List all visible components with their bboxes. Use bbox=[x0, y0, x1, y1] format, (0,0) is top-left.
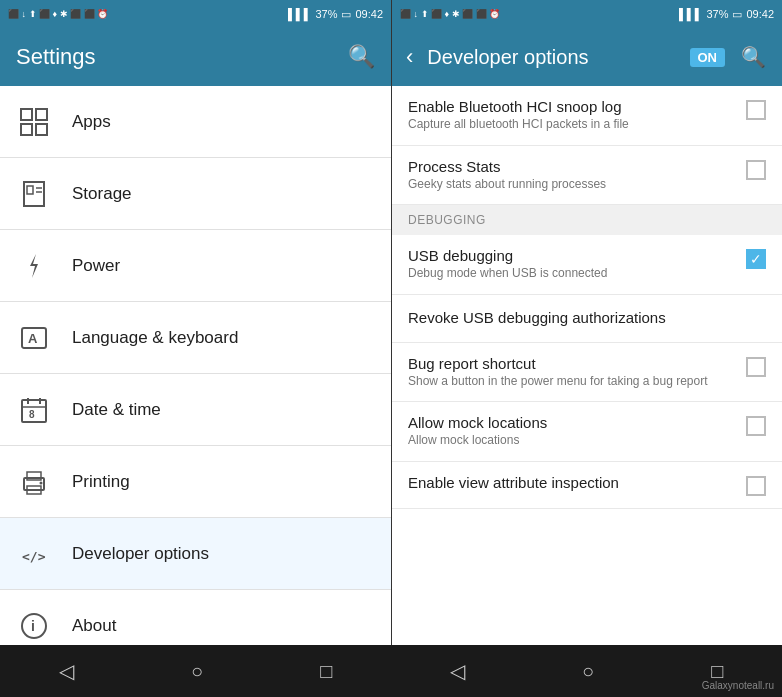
view-attribute-title: Enable view attribute inspection bbox=[408, 474, 738, 491]
datetime-label: Date & time bbox=[72, 400, 161, 420]
dev-item-revoke-usb[interactable]: Revoke USB debugging authorizations bbox=[392, 295, 782, 343]
right-nav-bar: ◁ ○ □ Galaxynoteall.ru bbox=[391, 645, 782, 697]
settings-item-power[interactable]: Power bbox=[0, 230, 391, 302]
search-button[interactable]: 🔍 bbox=[348, 44, 375, 70]
storage-label: Storage bbox=[72, 184, 132, 204]
bluetooth-hci-title: Enable Bluetooth HCI snoop log bbox=[408, 98, 738, 115]
bug-report-checkbox[interactable] bbox=[746, 357, 766, 377]
svg-rect-0 bbox=[21, 109, 32, 120]
apps-label: Apps bbox=[72, 112, 111, 132]
left-status-right: ▌▌▌ 37% ▭ 09:42 bbox=[288, 8, 383, 21]
header-right: ON 🔍 bbox=[690, 41, 775, 73]
dev-item-process-stats-text: Process Stats Geeky stats about running … bbox=[408, 158, 746, 193]
dev-item-process-stats[interactable]: Process Stats Geeky stats about running … bbox=[392, 146, 782, 206]
language-label: Language & keyboard bbox=[72, 328, 238, 348]
left-status-bar: ⬛ ↓ ⬆ ⬛ ♦ ✱ ⬛ ⬛ ⏰ ▌▌▌ 37% ▭ 09:42 bbox=[0, 0, 391, 28]
dev-item-bug-report-text: Bug report shortcut Show a button in the… bbox=[408, 355, 746, 390]
svg-point-19 bbox=[40, 481, 43, 484]
svg-rect-3 bbox=[36, 124, 47, 135]
right-status-icons: ⬛ ↓ ⬆ ⬛ ♦ ✱ ⬛ ⬛ ⏰ bbox=[400, 9, 500, 19]
right-status-bar: ⬛ ↓ ⬆ ⬛ ♦ ✱ ⬛ ⬛ ⏰ ▌▌▌ 37% ▭ 09:42 bbox=[392, 0, 782, 28]
developer-options-panel: ⬛ ↓ ⬆ ⬛ ♦ ✱ ⬛ ⬛ ⏰ ▌▌▌ 37% ▭ 09:42 ‹ Deve… bbox=[391, 0, 782, 645]
left-home-button[interactable]: ○ bbox=[171, 652, 223, 691]
dev-item-view-attribute[interactable]: Enable view attribute inspection bbox=[392, 462, 782, 509]
dev-item-usb-debugging-text: USB debugging Debug mode when USB is con… bbox=[408, 247, 746, 282]
settings-list: Apps Storage bbox=[0, 86, 391, 645]
svg-text:</>: </> bbox=[22, 549, 46, 564]
back-button[interactable]: ‹ bbox=[396, 36, 423, 78]
dev-item-mock-locations[interactable]: Allow mock locations Allow mock location… bbox=[392, 402, 782, 462]
settings-item-printing[interactable]: Printing bbox=[0, 446, 391, 518]
right-time: 09:42 bbox=[746, 8, 774, 20]
bluetooth-hci-subtitle: Capture all bluetooth HCI packets in a f… bbox=[408, 117, 738, 133]
developer-header: ‹ Developer options ON 🔍 bbox=[392, 28, 782, 86]
settings-header: Settings 🔍 bbox=[0, 28, 391, 86]
dev-item-bug-report[interactable]: Bug report shortcut Show a button in the… bbox=[392, 343, 782, 403]
settings-item-language[interactable]: A Language & keyboard bbox=[0, 302, 391, 374]
usb-debugging-subtitle: Debug mode when USB is connected bbox=[408, 266, 738, 282]
developer-search-button[interactable]: 🔍 bbox=[733, 41, 774, 73]
developer-options-list: Enable Bluetooth HCI snoop log Capture a… bbox=[392, 86, 782, 645]
usb-debugging-checkbox[interactable]: ✓ bbox=[746, 249, 766, 269]
mock-locations-checkbox[interactable] bbox=[746, 416, 766, 436]
settings-item-about[interactable]: i About bbox=[0, 590, 391, 645]
apps-icon bbox=[16, 104, 52, 140]
left-recents-button[interactable]: □ bbox=[300, 652, 352, 691]
battery-text: 37% bbox=[315, 8, 337, 20]
svg-text:A: A bbox=[28, 331, 38, 346]
debugging-section-header: DEBUGGING bbox=[392, 205, 782, 235]
right-battery-text: 37% bbox=[706, 8, 728, 20]
about-label: About bbox=[72, 616, 116, 636]
watermark: Galaxynoteall.ru bbox=[702, 680, 774, 691]
time-left: 09:42 bbox=[355, 8, 383, 20]
signal-icon: ▌▌▌ bbox=[288, 8, 311, 20]
dev-item-mock-locations-text: Allow mock locations Allow mock location… bbox=[408, 414, 746, 449]
settings-panel: ⬛ ↓ ⬆ ⬛ ♦ ✱ ⬛ ⬛ ⏰ ▌▌▌ 37% ▭ 09:42 Settin… bbox=[0, 0, 391, 645]
left-nav-bar: ◁ ○ □ bbox=[0, 645, 391, 697]
developer-title: Developer options bbox=[427, 46, 588, 69]
developer-label: Developer options bbox=[72, 544, 209, 564]
revoke-usb-title: Revoke USB debugging authorizations bbox=[408, 309, 666, 326]
power-icon bbox=[16, 248, 52, 284]
right-status-right: ▌▌▌ 37% ▭ 09:42 bbox=[679, 8, 774, 21]
right-battery-icon: ▭ bbox=[732, 8, 742, 21]
bug-report-title: Bug report shortcut bbox=[408, 355, 738, 372]
settings-item-developer[interactable]: </> Developer options bbox=[0, 518, 391, 590]
header-left: ‹ Developer options bbox=[396, 36, 589, 78]
developer-toggle[interactable]: ON bbox=[690, 48, 726, 67]
svg-rect-5 bbox=[27, 186, 33, 194]
svg-rect-1 bbox=[36, 109, 47, 120]
printing-icon bbox=[16, 464, 52, 500]
printing-label: Printing bbox=[72, 472, 130, 492]
language-icon: A bbox=[16, 320, 52, 356]
right-home-button[interactable]: ○ bbox=[562, 652, 614, 691]
svg-marker-8 bbox=[30, 254, 38, 278]
svg-text:8: 8 bbox=[29, 409, 35, 420]
view-attribute-checkbox[interactable] bbox=[746, 476, 766, 496]
dev-item-bluetooth-hci[interactable]: Enable Bluetooth HCI snoop log Capture a… bbox=[392, 86, 782, 146]
notification-icons: ⬛ ↓ ⬆ ⬛ ♦ ✱ ⬛ ⬛ ⏰ bbox=[8, 9, 108, 19]
process-stats-checkbox[interactable] bbox=[746, 160, 766, 180]
dev-item-view-attribute-text: Enable view attribute inspection bbox=[408, 474, 746, 493]
right-notification-icons: ⬛ ↓ ⬆ ⬛ ♦ ✱ ⬛ ⬛ ⏰ bbox=[400, 9, 500, 19]
datetime-icon: 8 bbox=[16, 392, 52, 428]
left-back-button[interactable]: ◁ bbox=[39, 651, 94, 691]
settings-item-storage[interactable]: Storage bbox=[0, 158, 391, 230]
settings-item-datetime[interactable]: 8 Date & time bbox=[0, 374, 391, 446]
right-back-button[interactable]: ◁ bbox=[430, 651, 485, 691]
dev-item-bluetooth-hci-text: Enable Bluetooth HCI snoop log Capture a… bbox=[408, 98, 746, 133]
developer-icon: </> bbox=[16, 536, 52, 572]
settings-item-apps[interactable]: Apps bbox=[0, 86, 391, 158]
svg-text:i: i bbox=[31, 618, 35, 634]
usb-debugging-title: USB debugging bbox=[408, 247, 738, 264]
bluetooth-hci-checkbox[interactable] bbox=[746, 100, 766, 120]
battery-icon: ▭ bbox=[341, 8, 351, 21]
debugging-section-label: DEBUGGING bbox=[408, 213, 486, 227]
mock-locations-title: Allow mock locations bbox=[408, 414, 738, 431]
left-status-icons: ⬛ ↓ ⬆ ⬛ ♦ ✱ ⬛ ⬛ ⏰ bbox=[8, 9, 108, 19]
bug-report-subtitle: Show a button in the power menu for taki… bbox=[408, 374, 738, 390]
mock-locations-subtitle: Allow mock locations bbox=[408, 433, 738, 449]
storage-icon bbox=[16, 176, 52, 212]
dev-item-usb-debugging[interactable]: USB debugging Debug mode when USB is con… bbox=[392, 235, 782, 295]
settings-title: Settings bbox=[16, 44, 96, 70]
